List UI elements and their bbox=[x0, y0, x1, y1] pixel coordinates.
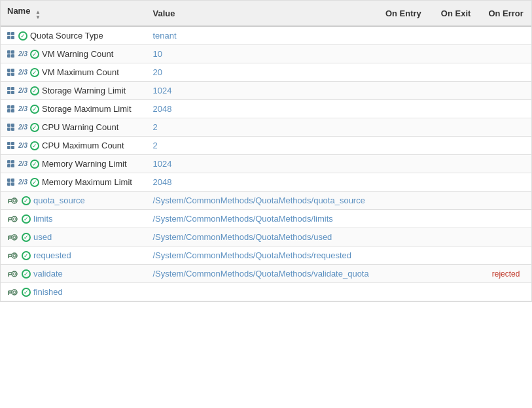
svg-point-20 bbox=[12, 271, 17, 277]
number-icon: 2/3 bbox=[18, 160, 27, 167]
table-header-row: Name ▲ ▼ Value On Entry On Exit On Error bbox=[1, 1, 531, 26]
number-icon: 2/3 bbox=[18, 142, 27, 149]
on-exit-cell bbox=[431, 155, 480, 173]
name-cell: 2/3✓CPU Maximum Count bbox=[1, 137, 146, 155]
table-row: ✓validate/System/CommonMethods/QuotaMeth… bbox=[1, 265, 531, 283]
name-cell: 2/3✓Storage Warning Limit bbox=[1, 82, 146, 100]
main-table-container: Name ▲ ▼ Value On Entry On Exit On Error bbox=[0, 0, 532, 302]
on-exit-cell bbox=[431, 265, 480, 283]
svg-point-26 bbox=[13, 291, 16, 294]
name-cell: 2/3✓CPU Warning Count bbox=[1, 118, 146, 137]
value-cell: 2048 bbox=[146, 173, 375, 192]
table-row: ✓quota_source/System/CommonMethods/Quota… bbox=[1, 192, 531, 210]
on-entry-cell bbox=[376, 26, 431, 45]
row-name-text: Storage Maximum Limit bbox=[42, 104, 132, 114]
table-row: 2/3✓Memory Warning Limit1024 bbox=[1, 155, 531, 173]
name-cell: ✓requested bbox=[1, 246, 146, 265]
workflow-icon bbox=[7, 251, 19, 260]
data-table: Name ▲ ▼ Value On Entry On Exit On Error bbox=[1, 1, 531, 301]
number-icon: 2/3 bbox=[18, 124, 27, 131]
name-cell: 2/3✓VM Warning Count bbox=[1, 45, 146, 63]
on-error-cell bbox=[480, 283, 531, 301]
svg-point-21 bbox=[13, 273, 16, 275]
on-exit-cell bbox=[431, 26, 480, 45]
on-error-cell bbox=[480, 192, 531, 210]
name-cell: 2/3✓Memory Maximum Limit bbox=[1, 173, 146, 192]
on-exit-cell bbox=[431, 137, 480, 155]
on-entry-cell bbox=[376, 283, 431, 301]
on-entry-cell bbox=[376, 265, 431, 283]
check-circle-icon: ✓ bbox=[30, 160, 39, 169]
number-icon: 2/3 bbox=[18, 87, 27, 94]
check-circle-icon: ✓ bbox=[30, 105, 39, 114]
on-exit-cell bbox=[431, 173, 480, 192]
on-entry-cell bbox=[376, 118, 431, 137]
check-circle-icon: ✓ bbox=[22, 288, 31, 297]
name-cell: 2/3✓Storage Maximum Limit bbox=[1, 100, 146, 118]
table-row: 2/3✓VM Maximum Count20 bbox=[1, 63, 531, 82]
on-entry-cell bbox=[376, 192, 431, 210]
table-row: ✓finished bbox=[1, 283, 531, 301]
value-cell: 1024 bbox=[146, 82, 375, 100]
on-exit-cell bbox=[431, 210, 480, 228]
svg-point-11 bbox=[13, 236, 16, 239]
check-circle-icon: ✓ bbox=[22, 269, 31, 279]
check-circle-icon: ✓ bbox=[30, 50, 39, 59]
name-cell: ✓limits bbox=[1, 210, 146, 228]
grid-icon bbox=[7, 105, 14, 112]
name-cell: ✓Quota Source Type bbox=[1, 26, 146, 45]
grid-icon bbox=[7, 124, 14, 131]
row-name-text: requested bbox=[33, 250, 71, 260]
table-row: ✓requested/System/CommonMethods/QuotaMet… bbox=[1, 246, 531, 265]
on-exit-cell bbox=[431, 246, 480, 265]
on-error-cell bbox=[480, 173, 531, 192]
name-cell: ✓finished bbox=[1, 283, 146, 301]
on-entry-cell bbox=[376, 173, 431, 192]
check-circle-icon: ✓ bbox=[30, 68, 39, 77]
value-cell: /System/CommonMethods/QuotaMethods/reque… bbox=[146, 246, 375, 265]
value-cell: /System/CommonMethods/QuotaMethods/valid… bbox=[146, 265, 375, 283]
table-row: ✓used/System/CommonMethods/QuotaMethods/… bbox=[1, 228, 531, 246]
name-cell: 2/3✓VM Maximum Count bbox=[1, 63, 146, 82]
on-error-cell bbox=[480, 118, 531, 137]
grid-icon bbox=[7, 178, 14, 186]
table-row: 2/3✓Storage Maximum Limit2048 bbox=[1, 100, 531, 118]
on-entry-cell bbox=[376, 63, 431, 82]
on-entry-cell bbox=[376, 137, 431, 155]
on-error-cell bbox=[480, 45, 531, 63]
col-header-name[interactable]: Name ▲ ▼ bbox=[1, 1, 146, 26]
value-cell: tenant bbox=[146, 26, 375, 45]
on-exit-cell bbox=[431, 45, 480, 63]
table-row: 2/3✓CPU Maximum Count2 bbox=[1, 137, 531, 155]
row-name-text: CPU Maximum Count bbox=[42, 141, 124, 150]
table-body: ✓Quota Source Typetenant2/3✓VM Warning C… bbox=[1, 26, 531, 301]
grid-icon bbox=[7, 142, 14, 149]
on-entry-cell bbox=[376, 228, 431, 246]
svg-point-10 bbox=[12, 235, 17, 240]
value-cell: 1024 bbox=[146, 155, 375, 173]
value-cell: 20 bbox=[146, 63, 375, 82]
table-row: 2/3✓Storage Warning Limit1024 bbox=[1, 82, 531, 100]
svg-point-0 bbox=[12, 198, 17, 203]
on-error-cell bbox=[480, 228, 531, 246]
value-cell: /System/CommonMethods/QuotaMethods/limit… bbox=[146, 210, 375, 228]
value-cell bbox=[146, 283, 375, 301]
sort-icon[interactable]: ▲ ▼ bbox=[35, 10, 41, 20]
value-cell: 10 bbox=[146, 45, 375, 63]
name-cell: ✓used bbox=[1, 228, 146, 246]
col-header-value: Value bbox=[146, 1, 375, 26]
on-error-cell bbox=[480, 155, 531, 173]
on-error-cell bbox=[480, 137, 531, 155]
svg-point-5 bbox=[12, 216, 17, 222]
check-circle-icon: ✓ bbox=[30, 86, 39, 95]
on-exit-cell bbox=[431, 228, 480, 246]
on-exit-cell bbox=[431, 192, 480, 210]
on-error-cell bbox=[480, 82, 531, 100]
on-error-cell bbox=[480, 26, 531, 45]
workflow-icon bbox=[7, 214, 19, 224]
table-row: 2/3✓VM Warning Count10 bbox=[1, 45, 531, 63]
svg-point-1 bbox=[13, 199, 16, 202]
grid-icon bbox=[7, 32, 14, 39]
on-error-cell bbox=[480, 100, 531, 118]
number-icon: 2/3 bbox=[18, 105, 27, 112]
